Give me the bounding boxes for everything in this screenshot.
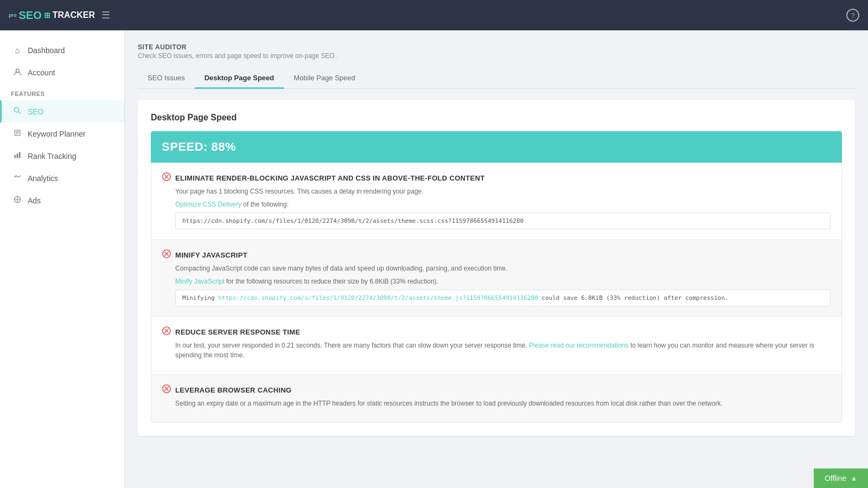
server-response-link[interactable]: Please read our recommendations — [529, 342, 628, 349]
offline-badge[interactable]: Offline ▲ — [814, 468, 868, 488]
sidebar-item-account[interactable]: Account — [0, 61, 124, 84]
logo-tracker: TRACKER — [53, 10, 95, 20]
issue-browser-caching-desc: Setting an expiry date or a maximum age … — [175, 399, 831, 408]
topnav-left: proSEO⊞TRACKER ☰ — [9, 9, 110, 22]
issue-server-response: REDUCE SERVER RESPONSE TIME In our test,… — [151, 317, 841, 375]
features-section-label: FEATURES — [0, 84, 124, 100]
offline-chevron-up-icon: ▲ — [851, 474, 857, 482]
help-icon[interactable]: ? — [846, 9, 859, 22]
page-header: SITE AUDITOR Check SEO issues, errors an… — [138, 43, 855, 60]
sidebar: ⌂ Dashboard Account FEATURES SEO — [0, 30, 125, 488]
issue-error-icon-1 — [162, 172, 171, 183]
issue-error-icon-2 — [162, 249, 171, 260]
tab-seo-issues[interactable]: SEO Issues — [138, 68, 195, 89]
sidebar-item-rank-tracking[interactable]: Rank Tracking — [0, 145, 124, 167]
sidebar-item-ads-label: Ads — [28, 196, 41, 205]
issue-render-blocking-code: https://cdn.shopify.com/s/files/1/0120/2… — [175, 213, 831, 229]
main-content: SITE AUDITOR Check SEO issues, errors an… — [125, 30, 868, 488]
issue-browser-caching-header: LEVERAGE BROWSER CACHING — [162, 384, 831, 395]
edit-icon — [12, 129, 22, 138]
svg-point-0 — [16, 69, 19, 72]
sidebar-item-seo[interactable]: SEO — [0, 100, 124, 123]
issue-server-response-desc: In our test, your server responded in 0.… — [175, 341, 831, 360]
hamburger-menu-icon[interactable]: ☰ — [101, 9, 110, 21]
sidebar-item-seo-label: SEO — [28, 107, 44, 116]
issue-error-icon-3 — [162, 326, 171, 337]
issue-render-blocking-title: ELIMINATE RENDER-BLOCKING JAVASCRIPT AND… — [175, 174, 484, 182]
minify-js-link[interactable]: Minify JavaScript — [175, 278, 225, 285]
sidebar-item-keyword-planner-label: Keyword Planner — [28, 130, 86, 138]
sidebar-item-account-label: Account — [28, 68, 55, 77]
page-header-title: SITE AUDITOR — [138, 43, 855, 51]
issue-minify-js-code: Minifying https://cdn.shopify.com/s/file… — [175, 290, 831, 306]
issue-server-response-title: REDUCE SERVER RESPONSE TIME — [175, 328, 300, 336]
issue-minify-js-action: Minify JavaScript for the following reso… — [175, 278, 831, 285]
help-circle[interactable]: ? — [846, 9, 859, 22]
ads-icon — [12, 196, 22, 205]
account-icon — [12, 68, 22, 78]
sidebar-item-dashboard[interactable]: ⌂ Dashboard — [0, 39, 124, 61]
server-response-suffix: to learn how you can monitor and measure… — [175, 342, 814, 359]
speed-banner: SPEED: 88% — [151, 131, 842, 163]
sidebar-item-rank-tracking-label: Rank Tracking — [28, 152, 76, 160]
logo[interactable]: proSEO⊞TRACKER — [9, 9, 95, 22]
tab-mobile-page-speed[interactable]: Mobile Page Speed — [284, 68, 365, 89]
issue-render-blocking-header: ELIMINATE RENDER-BLOCKING JAVASCRIPT AND… — [162, 172, 831, 183]
content-card: Desktop Page Speed SPEED: 88% — [138, 100, 855, 436]
issue-render-blocking-action: Optimize CSS Delivery of the following: — [175, 201, 831, 208]
sidebar-item-dashboard-label: Dashboard — [28, 46, 65, 55]
issue-minify-js-desc: Compacting JavaScript code can save many… — [175, 264, 831, 273]
issue-minify-js-header: MINIFY JAVASCRIPT — [162, 249, 831, 260]
tab-desktop-page-speed[interactable]: Desktop Page Speed — [195, 68, 284, 89]
top-navigation: proSEO⊞TRACKER ☰ ? — [0, 0, 868, 30]
issue-error-icon-4 — [162, 384, 171, 395]
issue-render-blocking-desc: Your page has 1 blocking CSS resources. … — [175, 187, 831, 196]
minify-code-prefix: Minifying — [182, 294, 218, 301]
sidebar-item-analytics[interactable]: Analytics — [0, 167, 124, 189]
issue-render-blocking-action-suffix: of the following: — [241, 201, 289, 208]
page-header-subtitle: Check SEO issues, errors and page speed … — [138, 52, 855, 60]
issue-list: ELIMINATE RENDER-BLOCKING JAVASCRIPT AND… — [151, 163, 842, 423]
issue-server-response-header: REDUCE SERVER RESPONSE TIME — [162, 326, 831, 337]
analytics-icon — [12, 174, 22, 183]
minify-code-suffix: could save 6.8KiB (33% reduction) after … — [538, 294, 729, 301]
home-icon: ⌂ — [12, 46, 22, 55]
main-layout: ⌂ Dashboard Account FEATURES SEO — [0, 30, 868, 488]
svg-rect-9 — [19, 152, 21, 158]
logo-pro: pro — [9, 12, 17, 18]
logo-seo: SEO — [19, 9, 42, 22]
issue-render-blocking: ELIMINATE RENDER-BLOCKING JAVASCRIPT AND… — [151, 163, 841, 240]
content-card-title: Desktop Page Speed — [151, 113, 842, 123]
sidebar-item-ads[interactable]: Ads — [0, 189, 124, 211]
optimize-css-link[interactable]: Optimize CSS Delivery — [175, 201, 241, 208]
svg-rect-7 — [14, 155, 16, 158]
svg-line-2 — [18, 112, 21, 114]
issue-browser-caching-title: LEVERAGE BROWSER CACHING — [175, 386, 292, 394]
offline-label: Offline — [825, 474, 846, 483]
sidebar-item-keyword-planner[interactable]: Keyword Planner — [0, 123, 124, 145]
search-icon — [12, 107, 22, 116]
tabs-bar: SEO Issues Desktop Page Speed Mobile Pag… — [138, 68, 855, 89]
sidebar-item-analytics-label: Analytics — [28, 174, 58, 183]
issue-minify-js-title: MINIFY JAVASCRIPT — [175, 251, 247, 259]
logo-icon: ⊞ — [44, 11, 50, 20]
bar-chart-icon — [12, 151, 22, 160]
issue-browser-caching: LEVERAGE BROWSER CACHING Setting an expi… — [151, 375, 841, 422]
issue-minify-js-action-suffix: for the following resources to reduce th… — [225, 278, 438, 285]
svg-rect-8 — [17, 153, 18, 158]
issue-minify-js: MINIFY JAVASCRIPT Compacting JavaScript … — [151, 240, 841, 317]
minify-js-code-link[interactable]: https://cdn.shopify.com/s/files/1/0120/2… — [218, 294, 538, 301]
